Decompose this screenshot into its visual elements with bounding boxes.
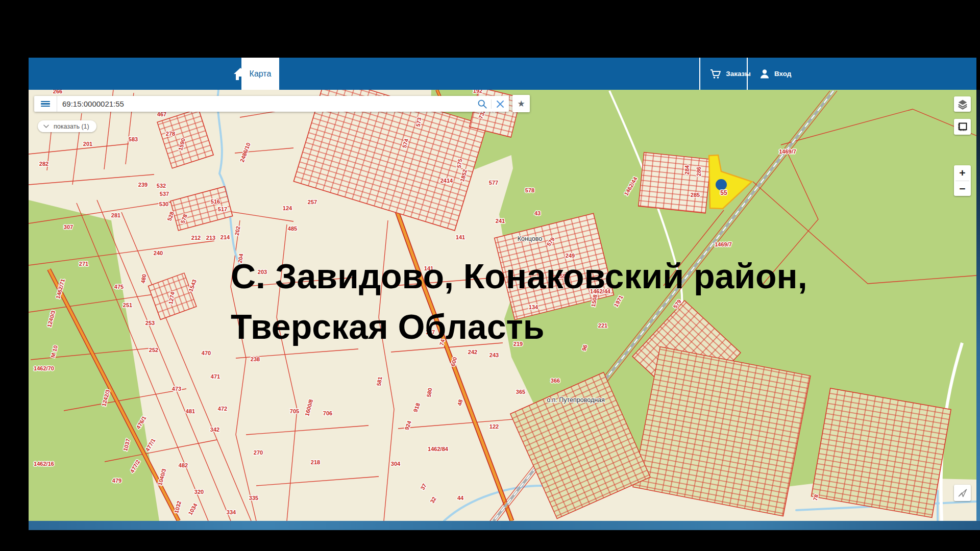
parcel-label: 1462/84 [428,446,449,452]
zoom-control: + − [954,165,971,196]
parcel-label: 706 [323,410,332,416]
parcel-label: 278 [166,131,175,137]
parcel-label: 482 [179,462,188,468]
screen: Карта Заказы Вход [0,0,980,551]
parcel-label: 282 [39,161,48,167]
login-button[interactable]: Вход [752,58,814,90]
parcel-label: 243 [489,352,499,358]
parcel-label: 307 [64,224,73,230]
menu-button[interactable] [34,96,57,112]
parcel-label: 467 [157,111,166,117]
parcel-label: 270 [254,449,263,456]
parcel-label: 470 [202,350,211,356]
parcel-label: 530 [159,201,168,207]
parcel-label: 577 [489,180,498,186]
parcel-label: 334 [227,509,236,515]
zoom-out-button[interactable]: − [954,181,971,196]
parcel-label: 214 [220,234,230,240]
parcel-marker [716,179,727,190]
parcel-label: 473 [172,386,181,392]
show-results-button[interactable]: показать (1) [38,120,96,132]
layers-icon [957,98,969,110]
parcel-label: 213 [206,235,215,241]
parcel-label: 475 [114,284,124,290]
background-photo-strip [29,521,980,530]
tab-map[interactable]: Карта [241,58,279,90]
chevron-down-icon [43,124,50,129]
parcel-label: 241 [496,218,505,224]
parcel-label: 365 [516,389,525,395]
parcel-label: 257 [308,199,317,205]
star-icon: ★ [517,98,525,109]
tab-map-label: Карта [250,69,272,79]
locate-button[interactable] [954,485,971,501]
parcel-label: 192 [473,90,482,94]
parcel-label: 285 [691,192,700,198]
search-icon [477,99,487,109]
parcel-label: 304 [391,461,401,467]
background-photo-sliver [976,90,980,521]
parcel-label: 201 [83,141,92,147]
user-icon [760,69,770,79]
close-icon [496,100,504,108]
parcel-label: 481 [186,408,195,414]
parcel-label: 578 [525,187,534,193]
parcel-label: 122 [489,423,499,430]
parcel-label: 516 [211,198,220,205]
parcel-label: 537 [160,191,169,197]
parcel-label: 1462/16 [34,461,54,467]
login-label: Вход [774,70,791,78]
highlighted-parcel-label: 55 [720,189,727,196]
parcel-label: 471 [211,373,220,380]
header-separator [699,58,700,90]
parcel-label: 2414 [440,178,453,184]
place-label: Концово [518,235,543,242]
favorites-button[interactable]: ★ [512,95,530,112]
address-line-1: С. Завидово, Конаковский район, [231,251,807,302]
parcel-label: 286 [696,167,702,176]
parcel-label: 44 [457,495,464,501]
parcel-label: 1469/7 [715,241,732,247]
parcel-label: 239 [138,182,148,188]
show-results-label: показать (1) [54,123,89,130]
address-overlay: С. Завидово, Конаковский район, Тверская… [231,251,807,352]
parcel-label: 212 [191,235,201,241]
search-button[interactable] [474,96,491,112]
parcel-label: 281 [111,212,120,218]
parcel-label: 366 [551,378,560,384]
parcel-label: 271 [79,261,88,267]
parcel-label: 705 [290,408,299,414]
parcel-label: 532 [157,183,166,189]
parcel-label: 583 [129,136,138,142]
header-separator [747,58,748,90]
address-line-2: Тверская Область [231,302,807,352]
zoom-in-button[interactable]: + [954,165,971,181]
parcel-label: 43 [534,210,541,216]
parcel-label: 252 [149,347,158,353]
place-label: о.п. Путепроводная [547,396,605,404]
parcel-label: 218 [311,459,320,465]
parcel-label: 266 [53,90,62,94]
parcel-label: 320 [194,489,204,495]
parcel-label: 284 [684,165,690,174]
measure-icon [957,121,969,133]
search-bar [34,96,509,112]
top-navbar: Карта Заказы Вход [29,58,976,90]
parcel-label: 141 [456,234,465,240]
parcel-label: 240 [154,250,163,256]
clear-search-button[interactable] [492,96,509,112]
map-canvas[interactable]: 2664672822015832781590239307281240271475… [29,90,976,521]
parcel-label: 485 [288,226,297,232]
measure-extent-button[interactable] [954,119,971,135]
navigation-arrow-icon [957,487,969,499]
parcel-label: 472 [218,406,227,412]
parcel-label: 342 [210,427,219,433]
parcel-label: 335 [249,495,258,501]
parcel-label: 1462/70 [34,365,54,371]
parcel-label: 253 [145,320,155,326]
parcel-label: 124 [283,205,292,211]
layers-button[interactable] [954,96,971,112]
parcel-label: 517 [218,206,227,212]
parcel-label: 238 [251,356,260,362]
search-input[interactable] [57,99,474,108]
